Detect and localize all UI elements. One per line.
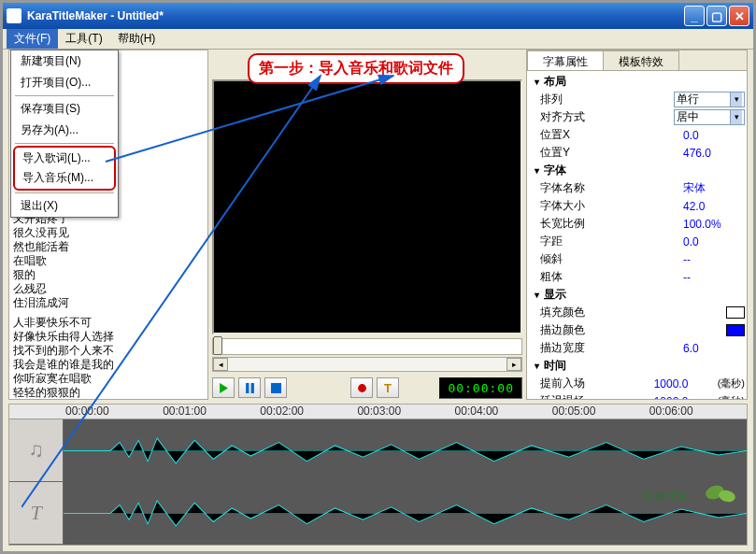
properties-panel: 字幕属性 模板特效 ▾布局 排列单行▾ 对齐方式居中▾ 位置X0.0 位置Y47… bbox=[526, 50, 748, 400]
svg-rect-3 bbox=[271, 383, 281, 393]
menu-separator bbox=[15, 95, 114, 96]
prop-stroke-width[interactable]: 描边宽度6.0 bbox=[529, 339, 745, 357]
svg-rect-2 bbox=[250, 383, 253, 393]
preview-viewport bbox=[212, 79, 522, 334]
tab-template-fx[interactable]: 模板特效 bbox=[603, 50, 679, 70]
menu-import-music[interactable]: 导入音乐(M)... bbox=[15, 168, 114, 188]
ruler-tick: 00:02:00 bbox=[260, 405, 357, 419]
svg-marker-0 bbox=[220, 383, 228, 393]
lyric-line: 人非要快乐不可 bbox=[13, 316, 207, 330]
lyric-line: 好像快乐由得人选择 bbox=[13, 330, 207, 344]
menu-separator bbox=[15, 192, 114, 193]
title-bar: KaraTitleMaker - Untitled* _ ▢ ✕ bbox=[3, 3, 753, 29]
prop-section-display[interactable]: ▾显示 bbox=[529, 286, 745, 304]
maximize-button[interactable]: ▢ bbox=[706, 6, 727, 26]
menu-new-project[interactable]: 新建项目(N) bbox=[11, 50, 118, 72]
lyric-line: 很久没再见 bbox=[13, 226, 207, 240]
lyric-line: 你听寂寞在唱歌 bbox=[13, 372, 207, 386]
record-button[interactable] bbox=[350, 377, 373, 398]
stop-button[interactable] bbox=[264, 377, 287, 398]
ruler-tick: 00:00:00 bbox=[65, 405, 163, 419]
close-button[interactable]: ✕ bbox=[729, 6, 749, 26]
menu-file[interactable]: 文件(F) bbox=[7, 29, 58, 49]
prop-delayout[interactable]: 延迟退场1000.0(毫秒) bbox=[529, 392, 745, 399]
prop-posx[interactable]: 位置X0.0 bbox=[529, 126, 745, 144]
horizontal-scrollbar[interactable]: ◂ ▸ bbox=[212, 357, 522, 372]
tutorial-callout: 第一步：导入音乐和歌词文件 bbox=[248, 53, 464, 84]
scroll-left-button[interactable]: ◂ bbox=[213, 358, 228, 371]
menu-separator bbox=[15, 143, 114, 144]
ruler-tick: 00:04:00 bbox=[455, 405, 552, 419]
prop-prein[interactable]: 提前入场1000.0(毫秒) bbox=[529, 375, 745, 392]
timecode-display: 00:00:00 bbox=[439, 377, 522, 399]
minimize-button[interactable]: _ bbox=[684, 6, 705, 26]
prop-stroke-color[interactable]: 描边颜色 bbox=[529, 321, 745, 339]
prop-fill-color[interactable]: 填充颜色 bbox=[529, 304, 745, 321]
lyric-line: 在唱歌 bbox=[13, 254, 207, 268]
app-icon bbox=[7, 8, 21, 23]
audio-track-icon[interactable]: ♫ bbox=[9, 419, 63, 482]
text-marker-button[interactable]: T bbox=[377, 377, 399, 398]
prop-section-time[interactable]: ▾时间 bbox=[529, 357, 745, 375]
ruler-tick: 00:06:00 bbox=[649, 405, 747, 419]
svg-point-4 bbox=[358, 384, 366, 392]
window-title: KaraTitleMaker - Untitled* bbox=[27, 9, 164, 22]
menu-tools[interactable]: 工具(T) bbox=[58, 29, 109, 49]
lyric-line: 然也能活着 bbox=[13, 240, 207, 254]
timeline-ruler[interactable]: 00:00:00 00:01:00 00:02:00 00:03:00 00:0… bbox=[9, 405, 747, 419]
prop-font-name[interactable]: 字体名称宋体 bbox=[529, 179, 745, 197]
scroll-right-button[interactable]: ▸ bbox=[506, 358, 521, 371]
pause-button[interactable] bbox=[238, 377, 261, 398]
fill-color-swatch bbox=[726, 306, 745, 319]
file-dropdown: 新建项目(N) 打开项目(O)... 保存项目(S) 另存为(A)... 导入歌… bbox=[10, 50, 119, 218]
menu-save-as[interactable]: 另存为(A)... bbox=[11, 120, 118, 141]
lyric-line: 狠的 bbox=[13, 268, 207, 282]
lyric-line: 么残忍 bbox=[13, 282, 207, 296]
transport-bar: T 00:00:00 bbox=[212, 376, 522, 400]
prop-section-layout[interactable]: ▾布局 bbox=[529, 73, 745, 91]
lyric-line: 找不到的那个人来不 bbox=[13, 344, 207, 358]
play-button[interactable] bbox=[212, 377, 235, 398]
seek-handle[interactable] bbox=[213, 336, 222, 355]
prop-font-slant[interactable]: 倾斜-- bbox=[529, 250, 745, 268]
menu-import-lyric[interactable]: 导入歌词(L)... bbox=[15, 149, 114, 168]
svg-text:菁菁博客: 菁菁博客 bbox=[643, 490, 688, 503]
highlighted-menu-group: 导入歌词(L)... 导入音乐(M)... bbox=[13, 146, 116, 191]
svg-rect-1 bbox=[246, 383, 249, 393]
lyric-line: 轻轻的狠狠的 bbox=[13, 386, 207, 400]
prop-font-ratio[interactable]: 长宽比例100.0% bbox=[529, 215, 745, 233]
menu-save-project[interactable]: 保存项目(S) bbox=[11, 98, 118, 120]
lyric-line: 我会是谁的谁是我的 bbox=[13, 358, 207, 372]
menu-bar: 文件(F) 工具(T) 帮助(H) bbox=[3, 29, 753, 50]
watermark: 菁菁博客 bbox=[626, 476, 738, 525]
ruler-tick: 00:03:00 bbox=[357, 405, 454, 419]
prop-section-font[interactable]: ▾字体 bbox=[529, 162, 745, 179]
prop-font-space[interactable]: 字距0.0 bbox=[529, 233, 745, 250]
stroke-color-swatch bbox=[726, 324, 745, 336]
text-track-icon[interactable]: T bbox=[9, 482, 63, 545]
prop-posy[interactable]: 位置Y476.0 bbox=[529, 144, 745, 162]
prop-align[interactable]: 对齐方式居中▾ bbox=[529, 108, 745, 126]
lyric-line: 住泪流成河 bbox=[13, 296, 207, 310]
tab-subtitle-attr[interactable]: 字幕属性 bbox=[527, 50, 604, 70]
menu-exit[interactable]: 退出(X) bbox=[11, 195, 118, 217]
prop-arrange[interactable]: 排列单行▾ bbox=[529, 91, 745, 108]
prop-font-bold[interactable]: 粗体-- bbox=[529, 268, 745, 286]
seek-slider[interactable] bbox=[212, 338, 522, 355]
prop-font-size[interactable]: 字体大小42.0 bbox=[529, 197, 745, 215]
ruler-tick: 00:01:00 bbox=[163, 405, 260, 419]
menu-help[interactable]: 帮助(H) bbox=[110, 29, 164, 49]
menu-open-project[interactable]: 打开项目(O)... bbox=[11, 72, 118, 93]
ruler-tick: 00:05:00 bbox=[552, 405, 649, 419]
